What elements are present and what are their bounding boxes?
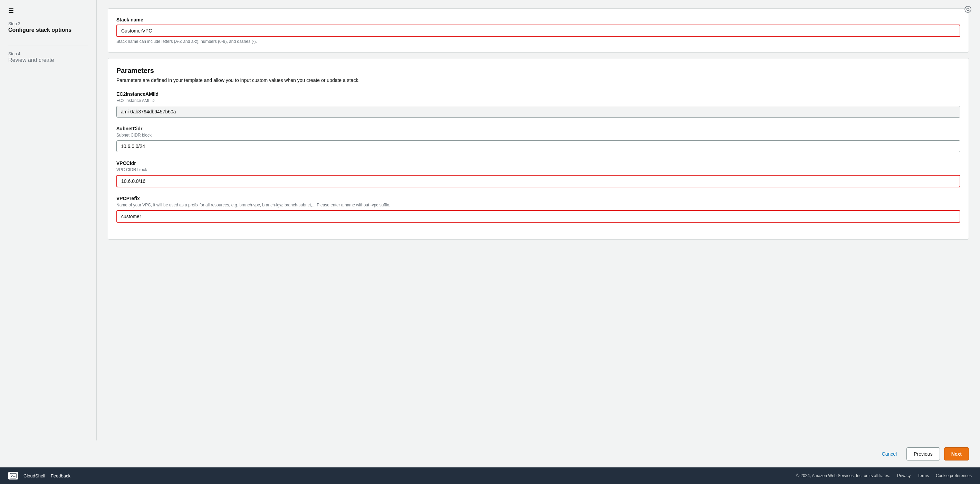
copyright-text: © 2024, Amazon Web Services, Inc. or its…: [796, 473, 890, 478]
step4-label: Step 4: [8, 51, 88, 56]
param-group-vpcprefix: VPCPrefixName of your VPC, it will be us…: [116, 196, 960, 223]
hamburger-icon[interactable]: ☰: [8, 7, 88, 14]
param-desc-1: Subnet CIDR block: [116, 133, 960, 137]
param-input-vpcprefix[interactable]: [116, 210, 960, 223]
svg-point-1: [967, 8, 969, 11]
privacy-link[interactable]: Privacy: [897, 473, 911, 478]
cloudshell-label[interactable]: CloudShell: [24, 473, 45, 478]
footer-actions: Cancel Previous Next: [0, 441, 980, 467]
bottom-bar: CloudShell Feedback © 2024, Amazon Web S…: [0, 467, 980, 484]
params-container: EC2InstanceAMIIdEC2 instance AMI IDSubne…: [116, 91, 960, 223]
param-input-subnetcidr[interactable]: [116, 141, 960, 152]
svg-point-0: [965, 6, 971, 13]
param-group-subnetcidr: SubnetCidrSubnet CIDR block: [116, 126, 960, 152]
stack-name-input[interactable]: [116, 24, 960, 37]
cookie-link[interactable]: Cookie preferences: [936, 473, 972, 478]
param-name-0: EC2InstanceAMIId: [116, 91, 960, 97]
stack-name-hint: Stack name can include letters (A-Z and …: [116, 39, 960, 44]
settings-icon[interactable]: [964, 6, 972, 15]
param-input-vpccidr[interactable]: [116, 175, 960, 187]
stack-name-section: Stack name Stack name can include letter…: [108, 8, 969, 53]
param-input-ec2instanceamiid[interactable]: [116, 106, 960, 118]
sidebar-divider: [8, 46, 88, 46]
param-desc-0: EC2 instance AMI ID: [116, 98, 960, 103]
feedback-label[interactable]: Feedback: [51, 473, 70, 478]
terms-link[interactable]: Terms: [918, 473, 929, 478]
bottom-bar-left: CloudShell Feedback: [8, 472, 70, 479]
sidebar-step3: Step 3 Configure stack options: [8, 21, 88, 33]
bottom-bar-right: © 2024, Amazon Web Services, Inc. or its…: [796, 473, 972, 478]
cloudshell-icon[interactable]: [8, 472, 18, 479]
param-group-ec2instanceamiid: EC2InstanceAMIIdEC2 instance AMI ID: [116, 91, 960, 118]
parameters-section: Parameters Parameters are defined in you…: [108, 58, 969, 240]
main-content: Stack name Stack name can include letter…: [97, 0, 980, 441]
parameters-title: Parameters: [116, 67, 960, 75]
step3-title: Configure stack options: [8, 27, 88, 33]
previous-button[interactable]: Previous: [907, 447, 940, 460]
cancel-button[interactable]: Cancel: [877, 448, 903, 460]
param-name-3: VPCPrefix: [116, 196, 960, 201]
next-button[interactable]: Next: [944, 447, 969, 460]
sidebar-step4: Step 4 Review and create: [8, 51, 88, 63]
param-name-2: VPCCidr: [116, 160, 960, 166]
param-group-vpccidr: VPCCidrVPC CIDR block: [116, 160, 960, 187]
step3-label: Step 3: [8, 21, 88, 26]
parameters-desc: Parameters are defined in your template …: [116, 77, 960, 83]
svg-rect-2: [10, 473, 16, 478]
param-desc-2: VPC CIDR block: [116, 167, 960, 172]
step4-title: Review and create: [8, 57, 88, 63]
param-name-1: SubnetCidr: [116, 126, 960, 131]
param-desc-3: Name of your VPC, it will be used as a p…: [116, 203, 960, 208]
sidebar: ☰ Step 3 Configure stack options Step 4 …: [0, 0, 97, 441]
stack-name-label: Stack name: [116, 17, 960, 22]
